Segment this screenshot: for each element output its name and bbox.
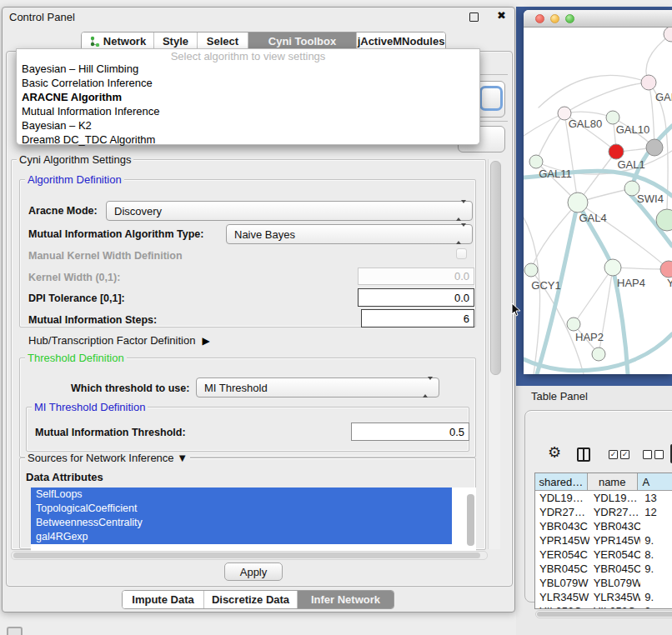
mi-type-select[interactable]: Naive Bayes bbox=[226, 224, 473, 244]
network-canvas[interactable]: GALGAL80GAL10GAL1GAL11SWI4GAL4GCY1HAP4YH… bbox=[524, 28, 672, 374]
table-row[interactable]: YDR27…YDR27…12 bbox=[535, 505, 672, 519]
which-threshold-value: MI Threshold bbox=[204, 382, 268, 394]
table-cell: YDL19… bbox=[589, 491, 641, 505]
network-edge[interactable] bbox=[539, 75, 649, 108]
table-row[interactable]: YBR045CYBR045C9. bbox=[535, 562, 672, 576]
table-cell: YIL052C bbox=[589, 604, 641, 609]
network-edge[interactable] bbox=[536, 113, 564, 162]
zoom-traffic-light-icon[interactable] bbox=[565, 14, 574, 23]
table-cell: YPR145W bbox=[589, 533, 641, 548]
table-cell: YBR043C bbox=[589, 519, 641, 533]
table-row[interactable]: YPR145WYPR145W9. bbox=[535, 533, 672, 548]
dropdown-item-bayesian-k2[interactable]: Bayesian – K2 bbox=[17, 118, 479, 132]
network-edge[interactable] bbox=[564, 82, 649, 113]
table-horizontal-scrollbar[interactable] bbox=[535, 610, 672, 618]
minimized-panel-icon[interactable] bbox=[7, 627, 23, 635]
which-threshold-select[interactable]: MI Threshold bbox=[196, 378, 439, 398]
vscroll-thumb[interactable] bbox=[490, 161, 501, 375]
table-row[interactable]: YDL19…YDL19…13 bbox=[535, 491, 672, 505]
network-node[interactable] bbox=[646, 139, 663, 156]
control-panel-window: Control Panel ✖ NetworkStyleSelectCyni T… bbox=[2, 7, 515, 612]
tab-cyni-toolbox[interactable]: Cyni Toolbox bbox=[248, 32, 357, 50]
tab-network[interactable]: Network bbox=[82, 32, 154, 50]
float-window-icon[interactable] bbox=[469, 12, 479, 22]
dpi-tolerance-field[interactable]: 0.0 bbox=[358, 288, 474, 307]
network-node[interactable] bbox=[592, 348, 605, 361]
column-header-shared-[interactable]: shared… bbox=[535, 473, 588, 490]
manual-kernel-checkbox[interactable] bbox=[456, 248, 467, 259]
network-node[interactable] bbox=[524, 263, 538, 277]
mi-threshold-field[interactable]: 0.5 bbox=[351, 422, 469, 441]
network-node[interactable] bbox=[609, 144, 624, 159]
attribute-item-betweennesscentrality[interactable]: BetweennessCentrality bbox=[31, 516, 452, 530]
table-row[interactable]: YIL052CYIL052C9 bbox=[535, 604, 672, 609]
tab-impute-data[interactable]: Impute Data bbox=[123, 591, 204, 608]
aracne-mode-label: Aracne Mode: bbox=[28, 205, 98, 217]
close-traffic-light-icon[interactable] bbox=[535, 14, 544, 23]
table-cell: YIL052C bbox=[535, 604, 589, 609]
network-edge[interactable] bbox=[649, 82, 654, 148]
cyni-algorithm-settings-title: Cyni Algorithm Settings bbox=[17, 153, 133, 166]
attribute-item-selfloops[interactable]: SelfLoops bbox=[31, 488, 452, 502]
gear-icon[interactable]: ⚙ bbox=[548, 443, 561, 462]
column-header-a[interactable]: A bbox=[638, 473, 672, 490]
network-window-titlebar[interactable] bbox=[524, 10, 672, 28]
aracne-mode-select[interactable]: Discovery bbox=[106, 201, 473, 221]
dropdown-item-mutual-information-inference[interactable]: Mutual Information Inference bbox=[17, 104, 479, 118]
table-cell: YBR045C bbox=[535, 562, 589, 576]
deselect-all-checks-icon[interactable] bbox=[643, 450, 664, 459]
network-edge[interactable] bbox=[564, 112, 613, 118]
data-attributes-list[interactable]: SelfLoopsTopologicalCoefficientBetweenne… bbox=[31, 488, 476, 554]
tab-jactivemnodules[interactable]: jActiveMNodules bbox=[357, 32, 445, 50]
network-edge[interactable] bbox=[574, 268, 613, 324]
tab-style[interactable]: Style bbox=[154, 32, 198, 50]
apply-button[interactable]: Apply bbox=[224, 562, 283, 581]
column-header-name[interactable]: name bbox=[588, 473, 638, 490]
close-icon[interactable]: ✖ bbox=[497, 9, 506, 22]
table-row[interactable]: YLR345WYLR345W9. bbox=[535, 590, 672, 604]
mi-threshold-label: Mutual Information Threshold: bbox=[35, 427, 186, 438]
hub-definition-label: Hub/Transcription Factor Definition bbox=[28, 334, 195, 347]
network-node[interactable] bbox=[568, 192, 588, 212]
dropdown-item-bayesian-hill-climbing[interactable]: Bayesian – Hill Climbing bbox=[17, 62, 479, 76]
network-node[interactable] bbox=[604, 259, 621, 276]
tab-infer-network[interactable]: Infer Network bbox=[298, 591, 394, 608]
dropdown-item-basic-correlation-inference[interactable]: Basic Correlation Inference bbox=[17, 76, 479, 90]
table-header-row: shared…nameA bbox=[535, 473, 672, 491]
attributes-scrollbar[interactable] bbox=[467, 494, 474, 546]
table-hscroll-thumb[interactable] bbox=[537, 612, 672, 617]
settings-vertical-scrollbar[interactable] bbox=[488, 159, 500, 549]
minimize-traffic-light-icon[interactable] bbox=[550, 14, 559, 23]
attribute-item-gal4rgexp[interactable]: gal4RGexp bbox=[31, 530, 452, 544]
table-cell bbox=[640, 576, 672, 590]
hscroll-thumb[interactable] bbox=[13, 552, 480, 558]
expanded-arrow-icon[interactable]: ▼ bbox=[177, 452, 188, 464]
network-node[interactable] bbox=[567, 318, 580, 331]
network-node[interactable] bbox=[529, 155, 543, 168]
table-cell: YDR27… bbox=[589, 505, 641, 519]
algorithm-dropdown: Select algorithm to view settings Bayesi… bbox=[16, 48, 480, 145]
attribute-item-topologicalcoefficient[interactable]: TopologicalCoefficient bbox=[31, 502, 452, 516]
tab-discretize-data[interactable]: Discretize Data bbox=[204, 591, 298, 608]
hidden-combo-focus-button[interactable] bbox=[479, 86, 503, 111]
dropdown-item-aracne-algorithm[interactable]: ARACNE Algorithm bbox=[17, 90, 479, 104]
table-cell: YLR345W bbox=[589, 590, 641, 604]
settings-horizontal-scrollbar[interactable] bbox=[11, 551, 488, 560]
mi-steps-field[interactable]: 6 bbox=[361, 309, 474, 328]
network-node[interactable] bbox=[606, 111, 619, 124]
node-label-gal80: GAL80 bbox=[569, 118, 602, 130]
kernel-width-field[interactable]: 0.0 bbox=[358, 268, 474, 285]
table-row[interactable]: YBL079WYBL079W bbox=[535, 576, 672, 590]
network-node[interactable] bbox=[641, 75, 656, 90]
column-layout-icon[interactable] bbox=[577, 448, 590, 462]
table-row[interactable]: YER054CYER054C8. bbox=[535, 548, 672, 562]
table-row[interactable]: YBR043CYBR043C bbox=[535, 519, 672, 533]
network-edge[interactable] bbox=[524, 218, 540, 374]
node-label-swi4: SWI4 bbox=[637, 192, 664, 205]
hub-definition-expander[interactable]: Hub/Transcription Factor Definition ▶ bbox=[28, 334, 210, 347]
dropdown-item-dream8-dc-tdc-algorithm[interactable]: Dream8 DC_TDC Algorithm bbox=[17, 132, 479, 147]
table-cell: YBL079W bbox=[535, 576, 589, 590]
node-label-y: Y bbox=[667, 277, 672, 289]
tab-select[interactable]: Select bbox=[198, 32, 248, 50]
select-all-checks-icon[interactable]: ✓ ✓ bbox=[609, 450, 629, 459]
